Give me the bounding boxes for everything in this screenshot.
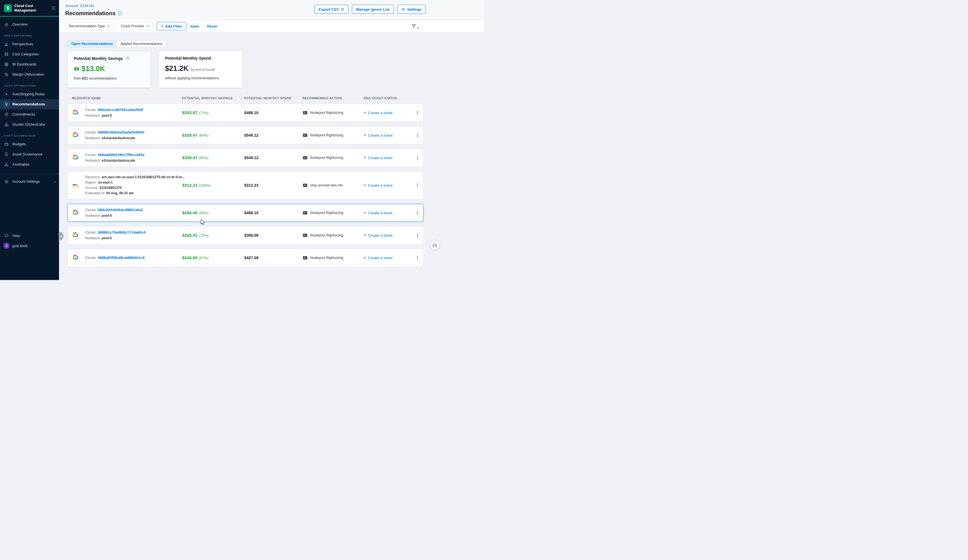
sidebar-item-bi-dashboards[interactable]: BI Dashboards bbox=[0, 59, 59, 70]
sidebar-item-commitments[interactable]: Commitments bbox=[0, 109, 59, 119]
main-content: Account: CCM-NG Recommendations i Export… bbox=[59, 0, 484, 280]
plus-icon: + bbox=[363, 110, 366, 116]
row-menu-button[interactable]: ⋮ bbox=[412, 110, 423, 116]
action-cell: stop-unused-aws-rds bbox=[303, 183, 363, 187]
tab-open-recommendations[interactable]: Open Recommendations bbox=[68, 40, 116, 47]
savings-cell: $244.05(57%) bbox=[182, 255, 244, 260]
rightsizing-icon bbox=[303, 256, 307, 260]
create-ticket-button[interactable]: +Create a ticket bbox=[363, 182, 412, 188]
create-ticket-button[interactable]: +Create a ticket bbox=[363, 255, 412, 260]
wallet-icon bbox=[3, 141, 10, 147]
spend-value: $21.2K bbox=[165, 64, 189, 73]
sidebar-item-margin-obfuscation[interactable]: Margin Obfuscation bbox=[0, 70, 59, 80]
table-row[interactable]: Cluster:6886e92f59a48cad86b5b1c6 $244.05… bbox=[68, 249, 424, 267]
gcp-icon bbox=[72, 132, 85, 139]
bar-chart-icon bbox=[3, 41, 10, 47]
home-icon bbox=[3, 22, 10, 28]
cluster-link[interactable]: 6886e92f59a48cad86b5b1c6 bbox=[98, 256, 144, 260]
plus-icon: + bbox=[363, 210, 366, 215]
sidebar-item-cluster-orchestrator[interactable]: Cluster Orchestrator bbox=[0, 119, 59, 129]
svg-text:aws: aws bbox=[73, 183, 78, 186]
sidebar-item-overview[interactable]: Overview bbox=[0, 20, 59, 30]
breadcrumb[interactable]: Account: CCM-NG bbox=[65, 4, 94, 8]
user-menu[interactable]: J jyoti.bisht bbox=[0, 241, 59, 251]
sidebar-item-label: Anomalies bbox=[12, 162, 30, 166]
table-row[interactable]: Cluster:68898c064e3e2ba0e544005f Nodepoo… bbox=[68, 126, 424, 144]
add-filter-button[interactable]: + Add Filter bbox=[157, 22, 186, 30]
gcp-icon bbox=[72, 254, 85, 262]
reset-filter-button[interactable]: Reset bbox=[207, 24, 217, 28]
sidebar-item-perspectives[interactable]: Perspectives bbox=[0, 39, 59, 49]
sidebar-item-label: Commitments bbox=[12, 112, 35, 116]
help-question-icon[interactable]: ? bbox=[125, 56, 130, 61]
manage-ignore-list-button[interactable]: Manage Ignore List bbox=[352, 5, 393, 14]
row-menu-button[interactable]: ⋮ bbox=[412, 210, 423, 216]
recommendation-type-dropdown[interactable]: Recommendation Type bbox=[65, 22, 113, 30]
cluster-link[interactable]: 688add6fb019b17f9bccb95a bbox=[98, 153, 144, 157]
spend-cell: $427.09 bbox=[244, 255, 303, 260]
sidebar-item-help[interactable]: Help bbox=[0, 230, 59, 241]
table-row[interactable]: Cluster:6881a3ccc887941a4ee202ff Nodepoo… bbox=[68, 104, 424, 122]
gcp-icon bbox=[72, 232, 85, 239]
row-menu-button[interactable]: ⋮ bbox=[412, 133, 423, 138]
plus-icon: + bbox=[363, 182, 366, 188]
create-ticket-button[interactable]: +Create a ticket bbox=[363, 110, 412, 116]
sidebar-item-label: Perspectives bbox=[12, 42, 33, 46]
info-icon[interactable]: i bbox=[118, 11, 122, 15]
tab-applied-recommendations[interactable]: Applied Recommendations bbox=[116, 40, 166, 47]
user-name: jyoti.bisht bbox=[12, 244, 28, 248]
cluster-link[interactable]: 68898c064e3e2ba0e544005f bbox=[98, 131, 144, 134]
cloud-provider-dropdown[interactable]: Cloud Provider bbox=[117, 22, 152, 30]
filter-bar: Recommendation Type Cloud Provider + Add… bbox=[59, 20, 484, 33]
row-menu-button[interactable]: ⋮ bbox=[412, 255, 423, 261]
export-csv-button[interactable]: Export CSV bbox=[315, 5, 349, 14]
sidebar-item-anomalies[interactable]: Anomalies bbox=[0, 159, 59, 169]
savings-card-title: Potential Monthly Savings bbox=[74, 56, 123, 61]
table-row-selected[interactable]: Cluster:688c2fefc84fbdc99801a0a2 Nodepoo… bbox=[68, 204, 424, 222]
table-row[interactable]: aws Resource:arn:aws:rds:us-east-1:51161… bbox=[68, 171, 424, 199]
table-row[interactable]: Cluster:688add6fb019b17f9bccb95a Nodepoo… bbox=[68, 149, 424, 167]
spend-cell: $549.12 bbox=[244, 133, 303, 138]
rightsizing-icon bbox=[303, 156, 307, 160]
sidebar-item-label: Budgets bbox=[12, 142, 26, 146]
sidebar-item-asset-governance[interactable]: Asset Governance bbox=[0, 149, 59, 159]
sidebar-item-recommendations[interactable]: Recommendations bbox=[0, 99, 59, 109]
sidebar-item-account-settings[interactable]: Account Settings › bbox=[0, 177, 59, 187]
external-link-icon bbox=[341, 8, 344, 11]
create-ticket-button[interactable]: +Create a ticket bbox=[363, 155, 412, 161]
resource-cell: Cluster:6888b1c70e49db17c1de60c4 Nodepoo… bbox=[85, 230, 182, 241]
chevron-down-icon bbox=[108, 25, 110, 27]
settings-button[interactable]: Settings bbox=[397, 5, 426, 14]
create-ticket-button[interactable]: +Create a ticket bbox=[363, 210, 412, 215]
column-recommended-action: RECOMMENDED ACTION bbox=[302, 96, 363, 100]
table-row[interactable]: Cluster:6888b1c70e49db17c1de60c4 Nodepoo… bbox=[68, 226, 424, 244]
cluster-link[interactable]: 6881a3ccc887941a4ee202ff bbox=[98, 108, 143, 112]
create-ticket-button[interactable]: +Create a ticket bbox=[363, 133, 412, 138]
app-title: Cloud Cost Management bbox=[14, 4, 49, 13]
sidebar-item-cost-categories[interactable]: Cost Categories bbox=[0, 49, 59, 59]
savings-cell: $353.87(72%) bbox=[182, 110, 244, 115]
save-filter-button[interactable]: Save bbox=[190, 24, 199, 28]
ccm-logo-icon: $ bbox=[4, 4, 12, 12]
resource-cell: Resource:arn:aws:rds:us-east-1:511616801… bbox=[85, 175, 182, 196]
avatar: J bbox=[3, 243, 10, 249]
filter-panel-button[interactable] bbox=[411, 23, 419, 29]
rightsizing-icon bbox=[303, 234, 307, 237]
sidebar-item-budgets[interactable]: Budgets bbox=[0, 139, 59, 149]
row-menu-button[interactable]: ⋮ bbox=[412, 232, 423, 239]
create-ticket-button[interactable]: +Create a ticket bbox=[363, 232, 412, 238]
spend-subtext: without applying recommendations bbox=[165, 76, 236, 80]
column-potential-savings: POTENTIAL MONTHLY SAVINGS bbox=[182, 96, 244, 100]
spend-cell: $312.23 bbox=[244, 183, 303, 187]
sidebar-item-autostopping-rules[interactable]: AutoStopping Rules bbox=[0, 89, 59, 99]
cluster-link[interactable]: 6888b1c70e49db17c1de60c4 bbox=[98, 230, 146, 234]
gear-icon bbox=[401, 7, 405, 11]
plus-icon: + bbox=[161, 23, 163, 29]
table-header: RESOURCE NAME POTENTIAL MONTHLY SAVINGS … bbox=[68, 96, 424, 100]
app-switcher-icon[interactable] bbox=[51, 6, 56, 10]
row-menu-button[interactable]: ⋮ bbox=[412, 155, 423, 161]
support-chat-button[interactable] bbox=[429, 240, 440, 250]
resource-cell: Cluster:6886e92f59a48cad86b5b1c6 bbox=[85, 255, 182, 260]
cluster-link[interactable]: 688c2fefc84fbdc99801a0a2 bbox=[98, 208, 143, 212]
row-menu-button[interactable]: ⋮ bbox=[412, 182, 423, 188]
